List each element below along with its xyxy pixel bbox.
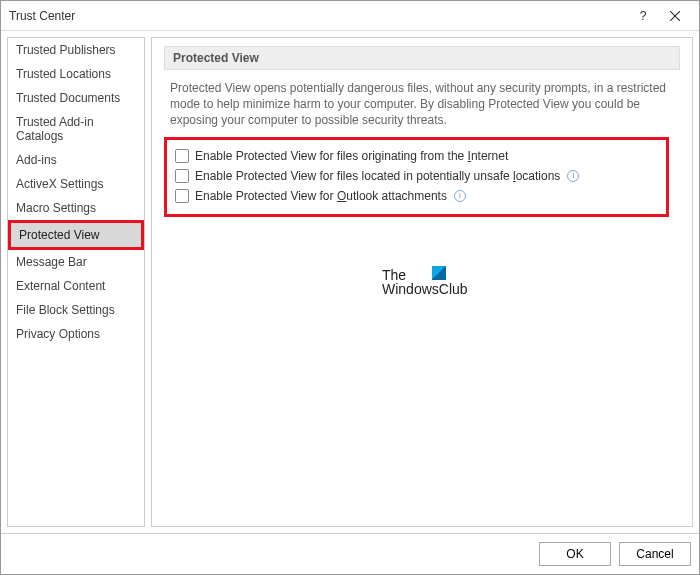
trust-center-dialog: Trust Center ? Trusted Publishers Truste…: [0, 0, 700, 575]
sidebar-item-label: ActiveX Settings: [16, 177, 103, 191]
help-icon: ?: [640, 9, 647, 23]
cancel-button[interactable]: Cancel: [619, 542, 691, 566]
checkbox-row-internet: Enable Protected View for files originat…: [175, 146, 658, 166]
windows-logo-icon: [432, 266, 446, 280]
checkbox-row-outlook: Enable Protected View for Outlook attach…: [175, 186, 658, 206]
checkbox-outlook[interactable]: [175, 189, 189, 203]
sidebar-item-label: Macro Settings: [16, 201, 96, 215]
checkbox-internet[interactable]: [175, 149, 189, 163]
sidebar-item-activex-settings[interactable]: ActiveX Settings: [8, 172, 144, 196]
window-title: Trust Center: [9, 9, 627, 23]
sidebar-item-file-block-settings[interactable]: File Block Settings: [8, 298, 144, 322]
main-panel: Protected View Protected View opens pote…: [151, 37, 693, 527]
sidebar-item-trusted-documents[interactable]: Trusted Documents: [8, 86, 144, 110]
watermark: The WindowsClub: [382, 268, 468, 296]
sidebar-item-label: Trusted Publishers: [16, 43, 116, 57]
sidebar-item-label: Trusted Add-in Catalogs: [16, 115, 94, 143]
section-description: Protected View opens potentially dangero…: [164, 80, 680, 135]
sidebar-item-privacy-options[interactable]: Privacy Options: [8, 322, 144, 346]
sidebar-item-addins[interactable]: Add-ins: [8, 148, 144, 172]
titlebar: Trust Center ?: [1, 1, 699, 31]
sidebar-item-macro-settings[interactable]: Macro Settings: [8, 196, 144, 220]
sidebar-item-trusted-publishers[interactable]: Trusted Publishers: [8, 38, 144, 62]
sidebar-item-label: Trusted Documents: [16, 91, 120, 105]
close-button[interactable]: [659, 1, 691, 31]
section-header: Protected View: [164, 46, 680, 70]
info-icon[interactable]: i: [567, 170, 579, 182]
info-icon[interactable]: i: [454, 190, 466, 202]
sidebar-item-label: Protected View: [19, 228, 100, 242]
checkbox-label: Enable Protected View for Outlook attach…: [195, 189, 447, 203]
sidebar-item-label: File Block Settings: [16, 303, 115, 317]
sidebar-item-message-bar[interactable]: Message Bar: [8, 250, 144, 274]
help-button[interactable]: ?: [627, 1, 659, 31]
dialog-footer: OK Cancel: [1, 533, 699, 574]
sidebar-item-label: Message Bar: [16, 255, 87, 269]
sidebar-item-external-content[interactable]: External Content: [8, 274, 144, 298]
sidebar-item-label: Privacy Options: [16, 327, 100, 341]
sidebar-item-protected-view[interactable]: Protected View: [8, 220, 144, 250]
sidebar-item-label: Trusted Locations: [16, 67, 111, 81]
ok-button[interactable]: OK: [539, 542, 611, 566]
checkbox-row-unsafe-locations: Enable Protected View for files located …: [175, 166, 658, 186]
checkbox-label: Enable Protected View for files originat…: [195, 149, 508, 163]
sidebar-item-label: External Content: [16, 279, 105, 293]
sidebar-item-trusted-locations[interactable]: Trusted Locations: [8, 62, 144, 86]
watermark-text-2: WindowsClub: [382, 282, 468, 296]
sidebar-item-label: Add-ins: [16, 153, 57, 167]
content-area: Trusted Publishers Trusted Locations Tru…: [1, 31, 699, 533]
close-icon: [670, 11, 680, 21]
checkbox-label: Enable Protected View for files located …: [195, 169, 560, 183]
checkbox-unsafe-locations[interactable]: [175, 169, 189, 183]
watermark-text-1: The: [382, 268, 468, 282]
checkbox-group-highlight: Enable Protected View for files originat…: [164, 137, 669, 217]
sidebar-item-trusted-addin-catalogs[interactable]: Trusted Add-in Catalogs: [8, 110, 144, 148]
sidebar: Trusted Publishers Trusted Locations Tru…: [7, 37, 145, 527]
